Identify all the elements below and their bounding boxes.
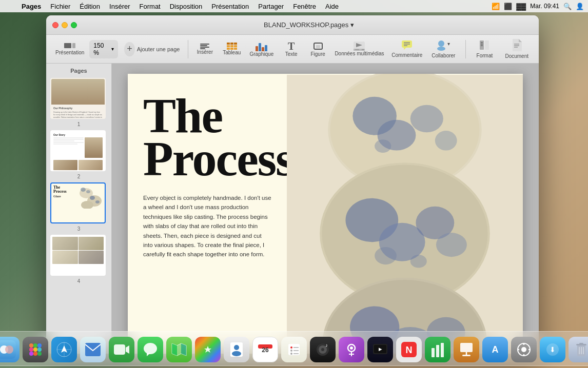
dock-tv[interactable]: ▶ (367, 337, 393, 362)
shape-button[interactable]: Figure (306, 39, 330, 59)
dock-music[interactable]: ♪ (310, 337, 336, 362)
svg-point-45 (375, 247, 397, 264)
svg-rect-110 (462, 355, 471, 356)
sidebar-title: Pages (50, 68, 107, 74)
document-panel-button[interactable]: Document (501, 37, 533, 61)
shape-label: Figure (310, 51, 325, 57)
document-label: Document (505, 53, 528, 59)
thumb2-content: Our Story (51, 131, 105, 171)
svg-point-63 (29, 352, 33, 356)
dock-safari[interactable] (51, 337, 77, 362)
insert-icon (200, 44, 209, 49)
control-center-icon[interactable]: 👤 (576, 3, 584, 10)
wifi-icon[interactable]: 📶 (492, 3, 500, 10)
dock-calendar[interactable]: 26 (252, 337, 278, 362)
svg-text:26: 26 (262, 346, 269, 354)
apple-menu[interactable] (4, 5, 12, 7)
page-thumb-4[interactable] (50, 235, 106, 276)
page-thumbnail-4[interactable]: 4 (50, 235, 107, 276)
dock-system-prefs[interactable] (511, 337, 537, 362)
close-button[interactable] (52, 22, 58, 28)
media-button[interactable]: Données multimédias (332, 39, 387, 58)
page-thumbnail-2[interactable]: Our Story (50, 130, 107, 171)
dock-finder-2[interactable]: ⬇ (540, 337, 565, 362)
view-button[interactable]: Présentation (52, 41, 87, 57)
dock-launchpad[interactable] (23, 337, 48, 362)
page-number-2: 2 (50, 174, 107, 179)
page-thumb-2[interactable]: Our Story (50, 130, 106, 171)
comment-button[interactable]: Commentaire (388, 38, 425, 60)
svg-rect-5 (355, 50, 359, 50)
dock-appstore[interactable]: A (482, 337, 508, 362)
dock-keynote[interactable] (454, 337, 479, 362)
page-number-1: 1 (50, 121, 107, 127)
menubar-right: 📶 ⬛ ▓▓ Mar. 09:41 🔍 👤 (492, 3, 584, 10)
menu-aide[interactable]: Aide (321, 2, 343, 11)
svg-point-80 (234, 345, 239, 350)
svg-rect-71 (114, 344, 125, 355)
svg-rect-70 (85, 343, 101, 356)
svg-point-60 (29, 347, 33, 352)
dock-messages[interactable] (138, 337, 163, 362)
menu-fichier[interactable]: Fichier (46, 2, 74, 11)
menu-app-name[interactable]: Pages (17, 2, 45, 11)
svg-rect-106 (436, 345, 439, 357)
minimize-button[interactable] (62, 22, 68, 28)
svg-point-56 (5, 345, 13, 354)
add-page-button[interactable]: + Ajouter une page (120, 40, 184, 58)
menu-fenetre[interactable]: Fenêtre (289, 2, 320, 11)
chart-button[interactable]: Graphique (246, 39, 277, 59)
battery-icon[interactable]: ▓▓ (516, 3, 526, 10)
media-label: Données multimédias (335, 51, 384, 56)
page-left-content: TheProcess Every object is completely ha… (128, 74, 287, 354)
page-thumb-3[interactable]: TheProcess Glaze (50, 182, 106, 223)
svg-point-97 (350, 346, 353, 350)
dock-finder[interactable] (0, 337, 19, 362)
page-canvas: TheProcess Every object is completely ha… (128, 74, 523, 354)
menu-edition[interactable]: Édition (75, 2, 104, 11)
svg-point-94 (321, 348, 324, 351)
menu-inserer[interactable]: Insérer (105, 2, 134, 11)
dock-numbers[interactable] (425, 337, 450, 362)
insert-button[interactable]: Insérer (192, 42, 217, 57)
dock-maps[interactable] (166, 337, 192, 362)
svg-point-6 (362, 49, 363, 50)
canvas-area[interactable]: TheProcess Every object is completely ha… (112, 64, 539, 354)
media-icon (354, 42, 365, 51)
main-area: Pages Our Philosophy Growing up in the L… (46, 64, 539, 354)
svg-text:⬇: ⬇ (550, 345, 556, 354)
dock-contacts[interactable] (224, 337, 249, 362)
shape-icon (313, 41, 323, 51)
dock-trash[interactable] (569, 337, 588, 362)
table-button[interactable]: Tableau (219, 40, 244, 57)
dock-photos[interactable] (195, 337, 221, 362)
menu-presentation[interactable]: Présentation (207, 2, 253, 11)
dock-news[interactable]: N (396, 337, 422, 362)
dock-podcasts[interactable] (339, 337, 364, 362)
collaborate-button[interactable]: ▾ Collaborer (427, 37, 459, 60)
menu-disposition[interactable]: Disposition (166, 2, 207, 11)
svg-point-113 (521, 347, 526, 352)
svg-rect-16 (480, 40, 484, 50)
thumb2-body (53, 137, 103, 158)
svg-rect-105 (432, 348, 435, 357)
titlebar: BLAND_WORKSHOP.pages ▾ (46, 15, 539, 35)
page-thumbnail-1[interactable]: Our Philosophy Growing up in the Lake Di… (50, 78, 107, 119)
search-icon[interactable]: 🔍 (563, 3, 572, 10)
dock-facetime[interactable] (109, 337, 134, 362)
thumb2-title: Our Story (53, 133, 103, 136)
page-thumbnail-3[interactable]: TheProcess Glaze (50, 182, 107, 223)
zoom-control[interactable]: 150 % ▾ (89, 40, 118, 58)
page-number-4: 4 (50, 278, 107, 284)
page-thumb-1[interactable]: Our Philosophy Growing up in the Lake Di… (50, 78, 106, 119)
cast-icon[interactable]: ⬛ (504, 3, 512, 10)
dock-mail[interactable] (80, 337, 106, 362)
format-panel-button[interactable]: Format (472, 37, 497, 60)
svg-text:A: A (492, 344, 499, 355)
dock-reminders[interactable] (281, 337, 307, 362)
menu-format[interactable]: Format (135, 2, 165, 11)
menu-partager[interactable]: Partager (254, 2, 288, 11)
svg-point-62 (37, 347, 42, 352)
text-button[interactable]: T Texte (279, 39, 304, 59)
fullscreen-button[interactable] (71, 22, 77, 28)
